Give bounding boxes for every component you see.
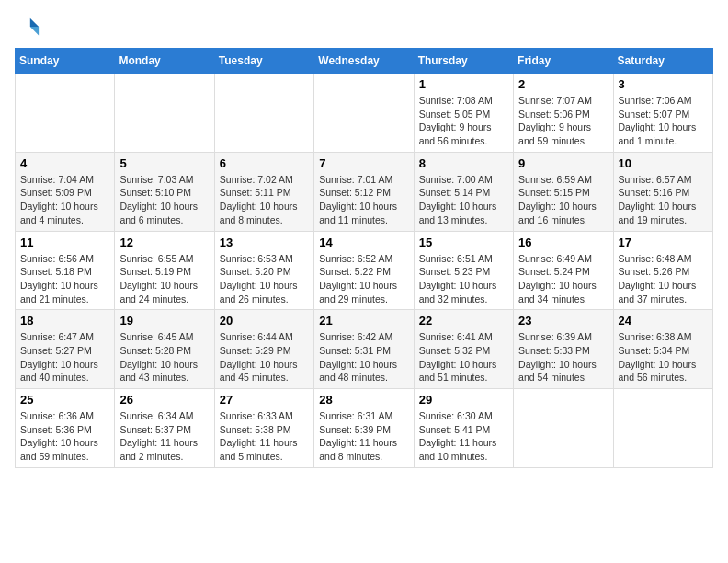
logo	[15, 15, 44, 40]
calendar-cell: 18Sunrise: 6:47 AMSunset: 5:27 PMDayligh…	[16, 310, 115, 389]
weekday-header-monday: Monday	[115, 49, 214, 74]
calendar-cell: 26Sunrise: 6:34 AMSunset: 5:37 PMDayligh…	[115, 389, 214, 468]
day-info: Sunrise: 6:55 AMSunset: 5:19 PMDaylight:…	[119, 252, 209, 306]
calendar-cell: 29Sunrise: 6:30 AMSunset: 5:41 PMDayligh…	[414, 389, 513, 468]
calendar-cell: 3Sunrise: 7:06 AMSunset: 5:07 PMDaylight…	[613, 74, 712, 153]
day-number: 28	[319, 393, 408, 407]
calendar-cell: 5Sunrise: 7:03 AMSunset: 5:10 PMDaylight…	[115, 152, 214, 231]
calendar-cell: 7Sunrise: 7:01 AMSunset: 5:12 PMDaylight…	[314, 152, 414, 231]
day-info: Sunrise: 7:07 AMSunset: 5:06 PMDaylight:…	[518, 94, 608, 148]
day-info: Sunrise: 7:02 AMSunset: 5:11 PMDaylight:…	[220, 173, 309, 227]
weekday-header-friday: Friday	[514, 49, 613, 74]
day-number: 19	[119, 314, 209, 327]
day-info: Sunrise: 6:47 AMSunset: 5:27 PMDaylight:…	[20, 330, 109, 385]
calendar-cell: 25Sunrise: 6:36 AMSunset: 5:36 PMDayligh…	[16, 389, 115, 468]
day-number: 29	[419, 393, 508, 407]
day-info: Sunrise: 7:08 AMSunset: 5:05 PMDaylight:…	[419, 94, 508, 148]
svg-marker-1	[30, 27, 39, 35]
day-number: 14	[319, 236, 408, 249]
day-number: 3	[619, 77, 708, 91]
calendar-cell: 1Sunrise: 7:08 AMSunset: 5:05 PMDaylight…	[414, 74, 513, 153]
day-info: Sunrise: 6:33 AMSunset: 5:38 PMDaylight:…	[220, 409, 309, 464]
day-info: Sunrise: 6:51 AMSunset: 5:23 PMDaylight:…	[419, 252, 508, 306]
day-info: Sunrise: 7:03 AMSunset: 5:10 PMDaylight:…	[119, 173, 209, 227]
page-header	[15, 15, 713, 40]
day-number: 20	[220, 314, 309, 327]
day-number: 17	[619, 236, 708, 249]
day-number: 18	[20, 314, 109, 327]
day-info: Sunrise: 6:52 AMSunset: 5:22 PMDaylight:…	[319, 252, 408, 306]
day-info: Sunrise: 6:42 AMSunset: 5:31 PMDaylight:…	[319, 330, 408, 385]
day-number: 9	[518, 156, 608, 170]
calendar-cell: 2Sunrise: 7:07 AMSunset: 5:06 PMDaylight…	[514, 74, 613, 153]
calendar-cell: 17Sunrise: 6:48 AMSunset: 5:26 PMDayligh…	[613, 231, 712, 310]
day-info: Sunrise: 6:49 AMSunset: 5:24 PMDaylight:…	[518, 252, 608, 306]
week-row-3: 18Sunrise: 6:47 AMSunset: 5:27 PMDayligh…	[16, 310, 713, 389]
day-number: 22	[419, 314, 508, 327]
calendar-cell: 13Sunrise: 6:53 AMSunset: 5:20 PMDayligh…	[214, 231, 313, 310]
calendar-cell: 20Sunrise: 6:44 AMSunset: 5:29 PMDayligh…	[214, 310, 313, 389]
day-info: Sunrise: 6:59 AMSunset: 5:15 PMDaylight:…	[518, 173, 608, 227]
day-info: Sunrise: 6:34 AMSunset: 5:37 PMDaylight:…	[119, 409, 209, 464]
calendar-cell: 15Sunrise: 6:51 AMSunset: 5:23 PMDayligh…	[414, 231, 513, 310]
day-number: 2	[518, 77, 608, 91]
calendar-cell: 21Sunrise: 6:42 AMSunset: 5:31 PMDayligh…	[314, 310, 414, 389]
day-number: 25	[20, 393, 109, 407]
weekday-header-wednesday: Wednesday	[314, 49, 414, 74]
day-number: 12	[119, 236, 209, 249]
calendar-cell	[115, 74, 214, 153]
day-info: Sunrise: 7:00 AMSunset: 5:14 PMDaylight:…	[419, 173, 508, 227]
calendar-cell: 12Sunrise: 6:55 AMSunset: 5:19 PMDayligh…	[115, 231, 214, 310]
day-info: Sunrise: 6:56 AMSunset: 5:18 PMDaylight:…	[20, 252, 109, 306]
day-number: 5	[119, 156, 209, 170]
calendar-cell	[16, 74, 115, 153]
day-number: 4	[20, 156, 109, 170]
calendar-cell: 22Sunrise: 6:41 AMSunset: 5:32 PMDayligh…	[414, 310, 513, 389]
calendar-cell	[613, 389, 712, 468]
calendar-cell	[314, 74, 414, 153]
day-info: Sunrise: 6:30 AMSunset: 5:41 PMDaylight:…	[419, 409, 508, 464]
week-row-2: 11Sunrise: 6:56 AMSunset: 5:18 PMDayligh…	[16, 231, 713, 310]
day-number: 21	[319, 314, 408, 327]
day-number: 11	[20, 236, 109, 249]
day-number: 23	[518, 314, 608, 327]
day-number: 26	[119, 393, 209, 407]
calendar-cell: 9Sunrise: 6:59 AMSunset: 5:15 PMDaylight…	[514, 152, 613, 231]
day-number: 7	[319, 156, 408, 170]
day-number: 13	[220, 236, 309, 249]
weekday-header-sunday: Sunday	[16, 49, 115, 74]
calendar-cell: 10Sunrise: 6:57 AMSunset: 5:16 PMDayligh…	[613, 152, 712, 231]
calendar-cell: 4Sunrise: 7:04 AMSunset: 5:09 PMDaylight…	[16, 152, 115, 231]
day-number: 10	[619, 156, 708, 170]
calendar-cell: 11Sunrise: 6:56 AMSunset: 5:18 PMDayligh…	[16, 231, 115, 310]
calendar-cell: 8Sunrise: 7:00 AMSunset: 5:14 PMDaylight…	[414, 152, 513, 231]
day-info: Sunrise: 6:31 AMSunset: 5:39 PMDaylight:…	[319, 409, 408, 464]
week-row-4: 25Sunrise: 6:36 AMSunset: 5:36 PMDayligh…	[16, 389, 713, 468]
day-number: 16	[518, 236, 608, 249]
week-row-0: 1Sunrise: 7:08 AMSunset: 5:05 PMDaylight…	[16, 74, 713, 153]
day-info: Sunrise: 7:01 AMSunset: 5:12 PMDaylight:…	[319, 173, 408, 227]
week-row-1: 4Sunrise: 7:04 AMSunset: 5:09 PMDaylight…	[16, 152, 713, 231]
day-info: Sunrise: 7:06 AMSunset: 5:07 PMDaylight:…	[619, 94, 708, 148]
svg-marker-0	[30, 18, 39, 27]
calendar-cell: 27Sunrise: 6:33 AMSunset: 5:38 PMDayligh…	[214, 389, 313, 468]
calendar-cell	[514, 389, 613, 468]
calendar-cell: 28Sunrise: 6:31 AMSunset: 5:39 PMDayligh…	[314, 389, 414, 468]
calendar-table: SundayMondayTuesdayWednesdayThursdayFrid…	[15, 48, 713, 468]
day-number: 15	[419, 236, 508, 249]
calendar-cell	[214, 74, 313, 153]
weekday-header-saturday: Saturday	[613, 49, 712, 74]
day-number: 24	[619, 314, 708, 327]
calendar-cell: 23Sunrise: 6:39 AMSunset: 5:33 PMDayligh…	[514, 310, 613, 389]
logo-icon	[15, 15, 40, 40]
calendar-cell: 6Sunrise: 7:02 AMSunset: 5:11 PMDaylight…	[214, 152, 313, 231]
calendar-cell: 24Sunrise: 6:38 AMSunset: 5:34 PMDayligh…	[613, 310, 712, 389]
day-info: Sunrise: 6:53 AMSunset: 5:20 PMDaylight:…	[220, 252, 309, 306]
calendar-cell: 14Sunrise: 6:52 AMSunset: 5:22 PMDayligh…	[314, 231, 414, 310]
day-info: Sunrise: 6:44 AMSunset: 5:29 PMDaylight:…	[220, 330, 309, 385]
day-info: Sunrise: 6:45 AMSunset: 5:28 PMDaylight:…	[119, 330, 209, 385]
day-number: 1	[419, 77, 508, 91]
day-info: Sunrise: 6:36 AMSunset: 5:36 PMDaylight:…	[20, 409, 109, 464]
day-info: Sunrise: 6:39 AMSunset: 5:33 PMDaylight:…	[518, 330, 608, 385]
weekday-header-row: SundayMondayTuesdayWednesdayThursdayFrid…	[16, 49, 713, 74]
